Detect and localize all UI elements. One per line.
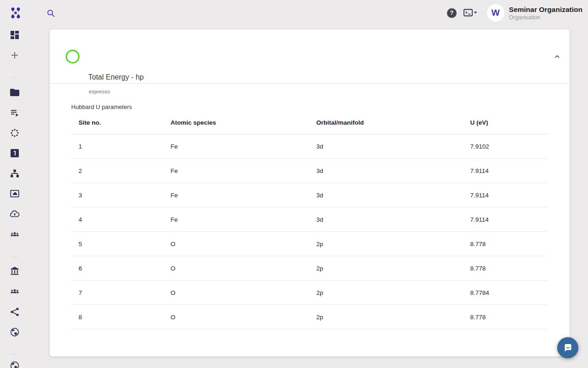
table-row: 1Fe3d7.9102 <box>71 134 548 159</box>
table-row: 4Fe3d7.9114 <box>71 207 548 232</box>
card-subtitle: espresso <box>89 89 110 94</box>
cell-u: 8.778 <box>463 232 548 256</box>
column-header: Orbital/manifold <box>309 111 463 134</box>
cell-site: 5 <box>71 232 163 256</box>
table-row: 7O2p8.7784 <box>71 281 548 305</box>
cell-site: 4 <box>71 207 163 232</box>
cell-orbital: 3d <box>309 159 463 183</box>
top-app-bar: ? W Seminar Organization Organisation <box>0 0 588 26</box>
chat-launcher-button[interactable] <box>557 337 578 358</box>
cell-orbital: 3d <box>309 183 463 207</box>
cell-u: 7.9102 <box>463 134 548 159</box>
avatar-letter: W <box>492 8 500 18</box>
cell-site: 7 <box>71 281 163 305</box>
cell-species: Fe <box>163 183 309 207</box>
org-name: Seminar Organization <box>509 5 582 14</box>
column-header: U (eV) <box>463 111 548 134</box>
cell-species: O <box>163 256 309 281</box>
help-glyph: ? <box>450 10 453 16</box>
sidebar-item-task-list-icon[interactable] <box>9 107 20 118</box>
sidebar <box>0 26 29 368</box>
table-row: 5O2p8.778 <box>71 232 548 256</box>
cell-orbital: 2p <box>309 281 463 305</box>
sidebar-item-groups-icon[interactable] <box>9 229 20 240</box>
org-block: Seminar Organization Organisation <box>509 5 582 21</box>
cell-site: 1 <box>71 134 163 159</box>
sidebar-item-plus-icon[interactable] <box>9 50 20 61</box>
terminal-menu-button[interactable] <box>463 7 478 18</box>
hubbard-u-table: Site no.Atomic speciesOrbital/manifoldU … <box>71 111 548 329</box>
cell-species: Fe <box>163 134 309 159</box>
help-button[interactable]: ? <box>447 8 457 18</box>
sidebar-item-workflow-tree-icon[interactable] <box>9 168 20 179</box>
sidebar-item-cloud-upload-icon[interactable] <box>9 208 20 219</box>
column-header: Atomic species <box>163 111 309 134</box>
sidebar-item-looks-one-icon[interactable] <box>9 148 20 159</box>
sidebar-item-folder-icon[interactable] <box>9 87 20 98</box>
sidebar-item-dotted-circle-icon[interactable] <box>9 127 20 138</box>
sidebar-divider <box>11 77 18 78</box>
sidebar-item-bank-icon[interactable] <box>9 265 20 276</box>
table-row: 2Fe3d7.9114 <box>71 159 548 183</box>
cell-u: 7.9114 <box>463 183 548 207</box>
cell-orbital: 3d <box>309 134 463 159</box>
cell-species: O <box>163 232 309 256</box>
org-subtitle: Organisation <box>509 14 582 21</box>
result-card: Total Energy - hp espresso Hubbard U par… <box>50 29 570 356</box>
card-title: Total Energy - hp <box>88 73 144 81</box>
cell-u: 8.7784 <box>463 281 548 305</box>
sidebar-item-dashboard-icon[interactable] <box>9 29 20 40</box>
column-header: Site no. <box>71 111 163 134</box>
section-title: Hubbard U parameters <box>71 104 132 110</box>
cell-species: Fe <box>163 207 309 232</box>
cell-site: 8 <box>71 305 163 329</box>
app-logo-icon[interactable] <box>8 6 23 20</box>
table-row: 8O2p8.778 <box>71 305 548 329</box>
cell-orbital: 2p <box>309 232 463 256</box>
header-divider <box>50 83 570 84</box>
cell-species: O <box>163 281 309 305</box>
sidebar-item-groups-icon[interactable] <box>9 286 20 297</box>
search-icon[interactable] <box>46 8 56 18</box>
cell-site: 3 <box>71 183 163 207</box>
cell-species: Fe <box>163 159 309 183</box>
collapse-button[interactable] <box>552 51 563 62</box>
cell-species: O <box>163 305 309 329</box>
status-ring-icon <box>66 50 79 63</box>
chat-bubble-icon <box>562 342 574 354</box>
cell-orbital: 2p <box>309 256 463 281</box>
sidebar-item-share-icon[interactable] <box>9 306 20 317</box>
sidebar-divider <box>11 354 18 354</box>
cell-orbital: 2p <box>309 305 463 329</box>
cell-site: 2 <box>71 159 163 183</box>
cell-orbital: 3d <box>309 207 463 232</box>
cell-site: 6 <box>71 256 163 281</box>
card-header: Total Energy - hp espresso <box>50 29 570 83</box>
sidebar-item-globe-icon[interactable] <box>9 327 20 338</box>
avatar: W <box>487 4 504 22</box>
cell-u: 8.778 <box>463 256 548 281</box>
cell-u: 7.9114 <box>463 159 548 183</box>
cell-u: 7.9114 <box>463 207 548 232</box>
table-row: 6O2p8.778 <box>71 256 548 281</box>
sidebar-item-globe-icon[interactable] <box>9 360 20 368</box>
table-header-row: Site no.Atomic speciesOrbital/manifoldU … <box>71 111 548 134</box>
cell-u: 8.778 <box>463 305 548 329</box>
account-menu[interactable]: W Seminar Organization Organisation <box>487 4 582 22</box>
table-row: 3Fe3d7.9114 <box>71 183 548 207</box>
sidebar-divider <box>11 257 18 257</box>
sidebar-item-cloud-box-icon[interactable] <box>9 188 20 199</box>
